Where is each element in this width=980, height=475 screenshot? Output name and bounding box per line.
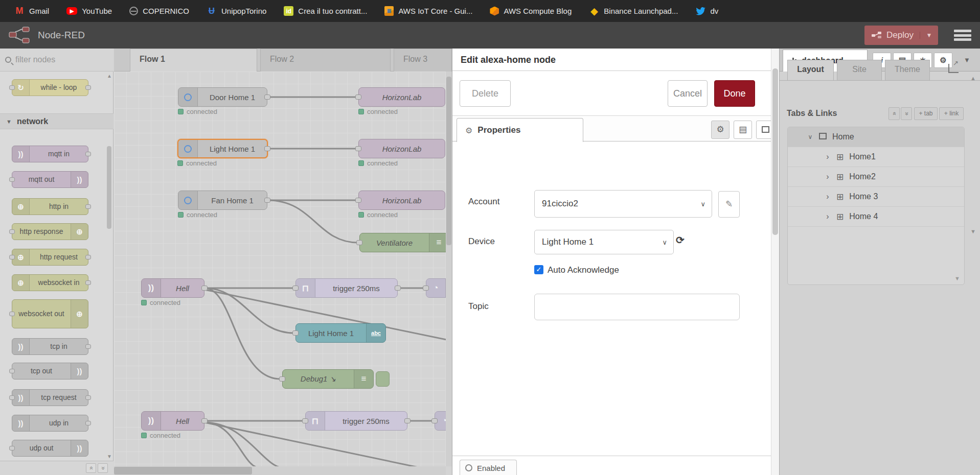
wire-3[interactable] [267,200,358,243]
bookmark-dv[interactable]: dv [688,0,725,22]
flow-node-hell-2[interactable]: ))Hell [141,411,204,431]
input-port[interactable] [9,85,15,90]
flow-node-horizonlab-3[interactable]: HorizonLab [358,191,445,210]
node-description-button[interactable]: ▤ [734,121,752,139]
sidebar-scroll-down-icon[interactable]: ▼ [970,228,976,234]
flow-node-fan-home-1[interactable]: Fan Home 1 [178,191,267,210]
flow-node-trigger-250ms-2[interactable]: ⊓trigger 250ms [305,411,407,431]
flow-node-hell-1[interactable]: ))Hell [141,278,204,298]
input-port[interactable] [423,286,429,291]
input-port[interactable] [9,395,15,400]
sidebar-tab-site[interactable]: Site [837,60,882,81]
flow-node-horizonlab-1[interactable]: HorizonLab [358,87,445,107]
input-port[interactable] [292,330,299,336]
canvas-vertical-scrollbar[interactable] [446,72,452,466]
output-port[interactable] [264,94,270,100]
flow-node-door-home-1[interactable]: Door Home 1 [178,87,267,107]
bookmark-crea-il-tuo-contratt-[interactable]: idCrea il tuo contratt... [277,0,374,22]
tree-item-home[interactable]: ∨Home [788,127,964,147]
tree-item-home-4[interactable]: ›⊞Home 4 [788,207,964,227]
palette-node-http-request[interactable]: ⊕http request [12,249,88,266]
output-port[interactable] [85,85,91,90]
bookmark-youtube[interactable]: ▶YouTube [59,0,119,22]
palette-node-udp-out[interactable]: udp out)) [12,440,88,457]
tree-item-home-3[interactable]: ›⊞Home 3 [788,187,964,207]
output-port[interactable] [264,146,270,151]
topic-input[interactable] [534,294,740,320]
debug-enable-toggle[interactable] [376,371,390,387]
device-select[interactable]: Light Home 1 ∨ [534,230,674,254]
done-button[interactable]: Done [714,80,755,107]
palette-filter-input[interactable] [15,55,102,64]
output-port[interactable] [404,418,411,423]
bookmark-aws-iot-core-gui-[interactable]: ≣AWS IoT Core - Gui... [377,0,480,22]
chevron-right-icon[interactable]: › [825,172,831,181]
palette-node-websocket-in[interactable]: ⊕websocket in [12,274,88,291]
output-port[interactable] [201,286,208,291]
tab-properties[interactable]: ⚙ Properties [457,118,583,142]
flow-node-debug1[interactable]: Debug1 ↘≡ [282,369,374,389]
output-port[interactable] [264,198,270,203]
flow-node-light-home-1-ui[interactable]: Light Home 1abc [295,323,386,343]
palette-node-http-in[interactable]: ⊕http in [12,198,88,215]
flow-canvas[interactable]: Door Home 1HorizonLabLight Home 1Horizon… [114,72,452,466]
output-port[interactable] [85,280,91,285]
input-port[interactable] [355,94,361,100]
input-port[interactable] [9,312,15,316]
flow-node-trigger-250ms-1[interactable]: ⊓trigger 250ms [295,278,398,298]
node-settings-button[interactable]: ⚙ [711,121,730,139]
palette-search[interactable] [0,49,113,72]
refresh-devices-icon[interactable]: ⟳ [676,234,685,246]
input-port[interactable] [292,286,299,291]
flow-node-light-home-1-alexa[interactable]: Light Home 1 [177,139,268,158]
sidebar-tab-layout[interactable]: Layout [787,60,834,81]
tree-item-home2[interactable]: ›⊞Home2 [788,167,964,187]
palette-node-mqtt-out[interactable]: mqtt out)) [12,171,88,188]
flow-node-horizonlab-2[interactable]: HorizonLab [358,139,445,158]
palette-node-udp-in[interactable]: ))udp in [12,415,88,432]
sidebar-menu-caret[interactable]: ▼ [964,56,970,64]
palette-node-while-loop[interactable]: ↻while - loop [12,79,88,96]
palette-node-tcp-in[interactable]: ))tcp in [12,338,88,355]
bookmark-copernico[interactable]: COPERNICO [122,0,196,22]
flow-tab-flow-2[interactable]: Flow 2 [260,49,391,72]
auto-acknowledge-checkbox[interactable]: ✓ [534,265,543,274]
canvas-horizontal-scrollbar[interactable] [114,466,446,475]
tree-item-home1[interactable]: ›⊞Home1 [788,147,964,167]
open-dashboard-icon[interactable]: ↗ [948,64,959,73]
node-enabled-toggle[interactable]: Enabled [460,460,517,475]
sidebar-tab-theme[interactable]: Theme [885,60,930,81]
palette-category-network[interactable]: ▼network [0,113,113,129]
palette-node-tcp-out[interactable]: tcp out)) [12,363,88,379]
account-select[interactable]: 91ciccio2 ∨ [534,190,712,218]
edit-account-button[interactable]: ✎ [718,191,740,218]
flow-tab-flow-3[interactable]: Flow 3 [394,49,452,72]
expand-all-button[interactable]: » [98,463,108,473]
input-port[interactable] [431,418,438,423]
bookmark-binance-launchpad-[interactable]: ◆Binance Launchpad... [582,0,685,22]
bookmark-gmail[interactable]: MGmail [7,0,56,22]
input-port[interactable] [9,229,15,234]
sidebar-scroll-up-icon[interactable]: ▲ [970,75,976,81]
add-tab-button[interactable]: + tab [914,107,938,120]
palette-scroll-up-icon[interactable]: ▲ [107,73,112,79]
input-port[interactable] [355,146,361,151]
input-port[interactable] [356,240,362,245]
wire-12[interactable] [204,422,284,466]
palette-scrollbar-thumb[interactable] [107,146,111,229]
move-up-button[interactable]: » [888,107,900,120]
output-port[interactable] [395,286,401,291]
bookmark-unipoptorino[interactable]: ɄUnipopTorino [199,0,274,22]
tree-scroll-down-icon[interactable]: ▼ [954,275,960,281]
chevron-down-icon[interactable]: ∨ [807,133,813,140]
output-port[interactable] [85,421,91,425]
input-port[interactable] [302,418,308,423]
output-port[interactable] [85,344,91,349]
palette-scroll-down-icon[interactable]: ▼ [107,454,112,459]
input-port[interactable] [279,376,285,382]
output-port[interactable] [85,255,91,259]
output-port[interactable] [85,152,91,156]
input-port[interactable] [9,369,15,373]
input-port[interactable] [9,255,15,259]
output-port[interactable] [85,395,91,400]
